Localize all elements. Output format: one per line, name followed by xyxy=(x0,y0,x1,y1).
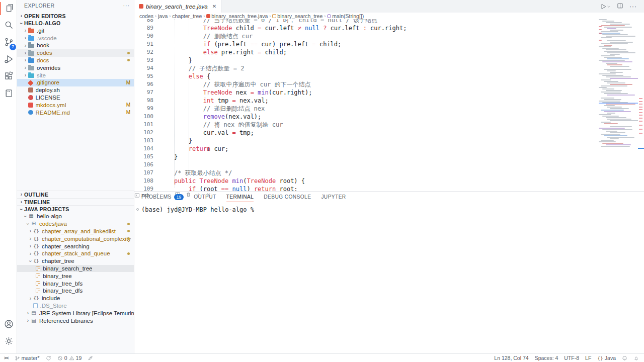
git-branch-item[interactable]: master* xyxy=(15,355,40,361)
code-line-91[interactable]: 91 if (pre.left == cur) pre.left = child… xyxy=(134,40,644,48)
tree-item-docs[interactable]: ›docs xyxy=(17,57,134,64)
close-icon[interactable]: ✕ xyxy=(212,4,216,9)
split-editor-icon[interactable] xyxy=(617,2,623,11)
section-outline[interactable]: › OUTLINE xyxy=(17,191,134,198)
remote-indicator[interactable]: >< xyxy=(4,355,9,360)
tree-item-chapter-tree[interactable]: ›{}chapter_tree xyxy=(17,257,134,265)
tree-item-gitignore[interactable]: .gitignoreM xyxy=(17,79,134,86)
section-open-editors[interactable]: › OPEN EDITORS xyxy=(17,12,134,20)
tree-item-jre-system-library-eclipse-temurin-17-17[interactable]: ›▤JRE System Library [Eclipse Temurin 17… xyxy=(17,309,134,317)
encoding[interactable]: UTF-8 xyxy=(564,355,579,361)
explorer-more-actions[interactable]: ··· xyxy=(123,3,130,9)
tree-item-binary-tree-bfs[interactable]: binary_tree_bfs xyxy=(17,280,134,287)
breadcrumb-item[interactable]: binary_search_tree.java xyxy=(206,13,268,19)
code-line-103[interactable]: 103 } xyxy=(134,137,644,145)
panel-tab-jupyter[interactable]: JUPYTER xyxy=(321,192,346,202)
notifications-button[interactable] xyxy=(633,355,639,361)
braces-icon: {} xyxy=(33,229,39,234)
terminal-prompt[interactable]: (base) jyd@JYD-MBP hello-algo % xyxy=(141,206,254,213)
panel-tab-problems[interactable]: PROBLEMS19 xyxy=(141,192,184,202)
language-mode[interactable]: {} Java xyxy=(597,355,616,361)
section-java-projects[interactable]: › JAVA PROJECTS xyxy=(17,205,134,213)
activity-source-control[interactable]: 7 xyxy=(0,34,17,51)
tree-item-chapter-array-and-linkedlist[interactable]: ›{}chapter_array_and_linkedlist xyxy=(17,228,134,235)
section-timeline[interactable]: › TIMELINE xyxy=(17,198,134,206)
code-line-96[interactable]: 96 // 获取中序遍历中 cur 的下一个结点 xyxy=(134,80,644,88)
code-area[interactable]: I 88 // 当子结点数量 = 0 / 1 时， child = null /… xyxy=(134,19,644,191)
tree-item-include[interactable]: ›{}include xyxy=(17,295,134,302)
activity-explorer[interactable] xyxy=(0,0,17,17)
code-line-100[interactable]: 100 remove(nex.val); xyxy=(134,113,644,121)
tree-item-deploy-sh[interactable]: deploy.sh xyxy=(17,86,134,94)
tree-item-referenced-libraries[interactable]: ›▤Referenced Libraries xyxy=(17,317,134,324)
tree-item-binary-tree-dfs[interactable]: binary_tree_dfs xyxy=(17,287,134,295)
tree-item-chapter-computational-complexity[interactable]: ›{}chapter_computational_complexity xyxy=(17,235,134,242)
panel-tab-terminal[interactable]: TERMINAL xyxy=(226,192,254,202)
breadcrumb-item[interactable]: java xyxy=(158,13,168,19)
chevron-down-icon: › xyxy=(19,207,24,212)
tree-item-site[interactable]: ›site xyxy=(17,71,134,79)
code-line-90[interactable]: 90 // 删除结点 cur xyxy=(134,32,644,40)
code-line-89[interactable]: 89 TreeNode child = cur.left ≠ null ? cu… xyxy=(134,24,644,32)
cursor-position[interactable]: Ln 128, Col 74 xyxy=(494,355,528,361)
cursor-mark xyxy=(638,148,644,149)
code-line-92[interactable]: 92 else pre.right = child; xyxy=(134,48,644,56)
library-icon: ▤ xyxy=(31,318,37,323)
tree-item-codes[interactable]: ›codes xyxy=(17,49,134,57)
activity-search[interactable] xyxy=(0,17,17,34)
code-line-93[interactable]: 93 } xyxy=(134,56,644,64)
breadcrumb-item[interactable]: binary_search_tree xyxy=(272,13,323,19)
tab-binary-search-tree[interactable]: binary_search_tree.java ✕ xyxy=(134,0,221,13)
eol[interactable]: LF xyxy=(585,355,591,361)
run-button[interactable] xyxy=(600,3,611,10)
code-line-109[interactable]: 109 if (root == null) return root; xyxy=(134,185,644,191)
panel-tab-output[interactable]: OUTPUT xyxy=(194,192,216,202)
tree-item-binary-tree[interactable]: binary_tree xyxy=(17,272,134,280)
tree-item-readme-md[interactable]: README.mdM xyxy=(17,109,134,116)
activity-notebook[interactable] xyxy=(0,85,17,103)
code-line-105[interactable]: 105 } xyxy=(134,153,644,161)
more-actions-icon[interactable]: ··· xyxy=(629,3,637,10)
minimap[interactable] xyxy=(599,19,638,150)
breadcrumb-item[interactable]: codes xyxy=(139,13,153,19)
java-feedback[interactable] xyxy=(622,355,627,361)
code-line-104[interactable]: 104 return cur; xyxy=(134,145,644,153)
indentation[interactable]: Spaces: 4 xyxy=(535,355,558,361)
tree-item-chapter-searching[interactable]: ›{}chapter_searching xyxy=(17,242,134,250)
tree-item-license[interactable]: LICENSE xyxy=(17,94,134,102)
code-line-97[interactable]: 97 TreeNode nex = min(cur.right); xyxy=(134,88,644,97)
code-line-107[interactable]: 107 /* 获取最小结点 */ xyxy=(134,169,644,177)
code-line-94[interactable]: 94 // 子结点数量 = 2 xyxy=(134,64,644,72)
tree-item-mkdocs-yml[interactable]: mkdocs.ymlM xyxy=(17,101,134,109)
overview-ruler[interactable] xyxy=(638,19,644,191)
tree-item-vscode[interactable]: ›.vscode xyxy=(17,34,134,42)
code-line-88[interactable]: 88 // 当子结点数量 = 0 / 1 时， child = null / 该… xyxy=(134,19,644,24)
code-line-106[interactable]: 106 xyxy=(134,161,644,169)
tree-item-git[interactable]: ›.git xyxy=(17,27,134,34)
code-line-98[interactable]: 98 int tmp = nex.val; xyxy=(134,97,644,105)
tree-item-codes-java[interactable]: ›⊞codes/java xyxy=(17,220,134,228)
activity-extensions[interactable] xyxy=(0,68,17,85)
account-button[interactable] xyxy=(0,316,17,333)
tree-item-ds-store[interactable]: .DS_Store xyxy=(17,302,134,310)
problems-summary[interactable]: 0 19 xyxy=(57,355,82,361)
panel-tab-debug-console[interactable]: DEBUG CONSOLE xyxy=(264,192,311,202)
breadcrumb-item[interactable]: main(String[]) xyxy=(327,13,364,19)
tree-item-chapter-stack-and-queue[interactable]: ›{}chapter_stack_and_queue xyxy=(17,250,134,257)
settings-button[interactable] xyxy=(0,333,17,350)
section-workspace[interactable]: › HELLO-ALGO xyxy=(17,20,134,27)
tree-item-binary-search-tree[interactable]: binary_search_tree xyxy=(17,265,134,273)
tree-item-hello-algo[interactable]: ›▦hello-algo xyxy=(17,213,134,220)
code-line-102[interactable]: 102 cur.val = tmp; xyxy=(134,129,644,137)
yaml-icon xyxy=(28,103,33,108)
code-line-95[interactable]: 95 else { xyxy=(134,72,644,80)
tree-item-overrides[interactable]: ›overrides xyxy=(17,64,134,71)
tree-item-book[interactable]: ›book xyxy=(17,42,134,49)
activity-run-debug[interactable] xyxy=(0,51,17,68)
breadcrumb-item[interactable]: chapter_tree xyxy=(172,13,202,19)
code-line-108[interactable]: 108 public TreeNode min(TreeNode root) { xyxy=(134,177,644,185)
code-line-101[interactable]: 101 // 将 nex 的值复制给 cur xyxy=(134,121,644,129)
code-line-99[interactable]: 99 // 递归删除结点 nex xyxy=(134,105,644,113)
java-status-rocket[interactable] xyxy=(88,355,93,361)
sync-button[interactable] xyxy=(46,355,51,361)
